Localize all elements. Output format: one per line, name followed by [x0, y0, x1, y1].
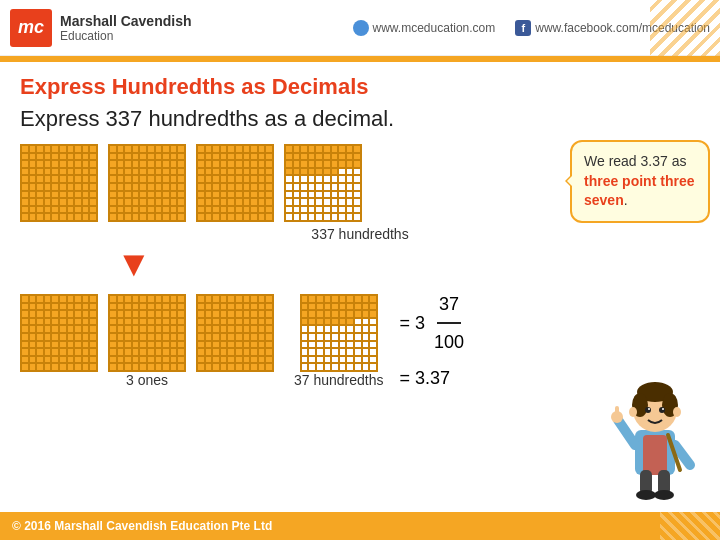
down-arrow-row: ▼ [116, 242, 700, 286]
svg-point-19 [629, 407, 637, 417]
logo: mc Marshall Cavendish Education [0, 9, 192, 47]
bottom-section: 3 ones 37 hundredths = 3 37 100 = 3.37 [20, 286, 700, 396]
footer: © 2016 Marshall Cavendish Education Pte … [0, 512, 720, 540]
thirty-seven-hundredths-label: 37 hundredths [294, 372, 384, 388]
svg-point-16 [636, 490, 656, 500]
partial-grid-bottom [300, 294, 378, 372]
svg-line-10 [618, 420, 635, 445]
eq-equals-1: = 3 [400, 305, 431, 341]
header-decoration [650, 0, 720, 56]
globe-icon [353, 20, 369, 36]
svg-point-6 [645, 407, 651, 413]
bubble-highlight: three point three seven [584, 173, 694, 209]
speech-bubble-container: We read 3.37 as three point three seven. [570, 140, 710, 223]
main-content: Express Hundredths as Decimals Express 3… [0, 62, 720, 408]
header: mc Marshall Cavendish Education www.mced… [0, 0, 720, 56]
equation-row-1: = 3 37 100 [400, 286, 469, 360]
equation-container: = 3 37 100 = 3.37 [400, 286, 469, 396]
svg-point-8 [648, 408, 650, 410]
logo-name: Marshall Cavendish [60, 13, 192, 29]
three-ones-grids [20, 294, 274, 372]
section-title: Express Hundredths as Decimals [20, 74, 700, 100]
facebook-icon: f [515, 20, 531, 36]
down-arrow-icon: ▼ [116, 246, 152, 282]
svg-point-17 [654, 490, 674, 500]
thirty-seven-hundredths-group: 37 hundredths [294, 294, 384, 388]
equation-row-2: = 3.37 [400, 360, 469, 396]
website-text: www.mceducation.com [373, 21, 496, 35]
svg-rect-1 [643, 435, 667, 475]
top-grids-label: 337 hundredths [20, 226, 700, 242]
three-ones-label: 3 ones [126, 372, 168, 388]
fraction: 37 100 [432, 286, 466, 360]
speech-bubble: We read 3.37 as three point three seven. [570, 140, 710, 223]
website-link: www.mceducation.com [353, 20, 496, 36]
character-illustration [610, 370, 700, 500]
three-ones-group: 3 ones [20, 294, 274, 388]
svg-point-9 [662, 408, 664, 410]
logo-sub: Education [60, 29, 192, 43]
logo-text: Marshall Cavendish Education [60, 13, 192, 43]
svg-point-20 [673, 407, 681, 417]
footer-decoration [660, 512, 720, 540]
svg-rect-12 [615, 406, 619, 418]
logo-box: mc [10, 9, 52, 47]
eq-decimal: = 3.37 [400, 360, 451, 396]
logo-mc-text: mc [18, 17, 44, 38]
fraction-numerator: 37 [437, 286, 461, 324]
problem-text: Express 337 hundredths as a decimal. [20, 106, 700, 132]
footer-text: © 2016 Marshall Cavendish Education Pte … [12, 519, 272, 533]
fraction-denominator: 100 [432, 324, 466, 360]
svg-point-7 [659, 407, 665, 413]
